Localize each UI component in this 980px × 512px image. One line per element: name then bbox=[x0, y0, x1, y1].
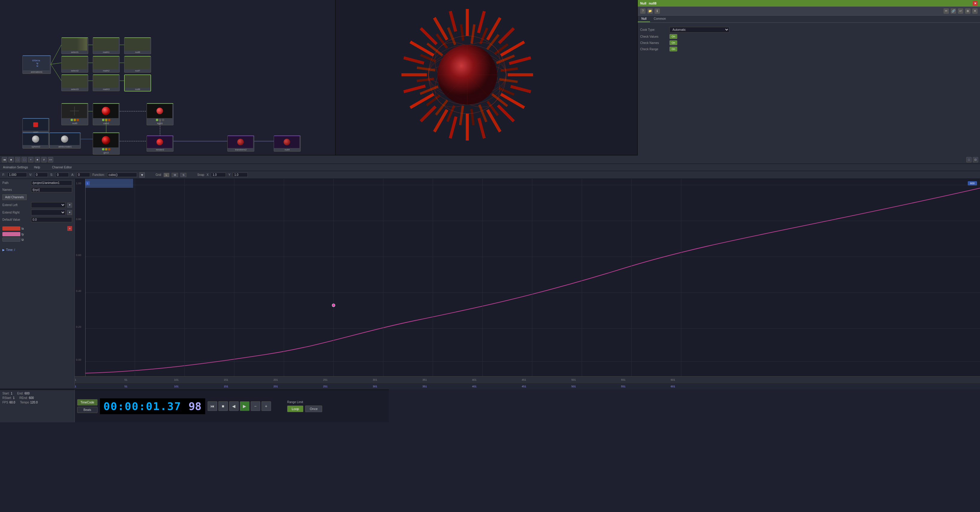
grid-m-button[interactable]: M bbox=[172, 173, 178, 177]
math2-node[interactable]: math2 bbox=[93, 56, 120, 73]
null8-node[interactable]: null8 bbox=[124, 75, 151, 92]
stop-button[interactable]: ■ bbox=[8, 157, 14, 162]
rewind-button[interactable]: ⏮ bbox=[2, 157, 7, 162]
step-fwd-button[interactable]: ⬚ bbox=[22, 157, 27, 162]
math1-node[interactable]: math1 bbox=[93, 37, 120, 54]
tnum-401: 401 bbox=[472, 378, 477, 381]
range-limit-title: Range Limit bbox=[287, 401, 386, 404]
add-icon[interactable]: ⊕ bbox=[965, 8, 970, 14]
decrease-speed-button[interactable]: − bbox=[251, 401, 260, 411]
null4-node[interactable]: null4 bbox=[274, 135, 301, 152]
tnum2-301: 301 bbox=[373, 385, 377, 388]
function-dropdown-btn[interactable]: ▼ bbox=[139, 172, 145, 178]
expand-button[interactable]: ⊡ bbox=[973, 157, 978, 162]
channel-tx[interactable]: tx ✕ bbox=[0, 226, 75, 232]
grid1-node[interactable]: grid1 bbox=[22, 118, 49, 134]
extend-right-select[interactable] bbox=[31, 210, 65, 215]
svg-rect-23 bbox=[477, 11, 486, 33]
cam2-node[interactable]: cam2 bbox=[93, 103, 120, 125]
names-input[interactable] bbox=[31, 187, 72, 192]
loop-button[interactable]: Loop bbox=[287, 405, 303, 412]
timecode-button[interactable]: TimeCode bbox=[77, 399, 97, 405]
light1-node[interactable]: light1 bbox=[146, 103, 173, 125]
node-type-label: Null bbox=[640, 2, 646, 5]
increase-speed-button[interactable]: + bbox=[261, 401, 271, 411]
animation-node[interactable]: 0704 tx ty tz animation1 bbox=[22, 55, 51, 74]
grid-l-button[interactable]: L bbox=[164, 173, 169, 177]
tnum2-101: 101 bbox=[174, 385, 178, 388]
a-input[interactable] bbox=[76, 173, 90, 177]
beats-button[interactable]: Beats bbox=[77, 407, 97, 413]
attribcreate1-node[interactable]: attribcreate1 bbox=[49, 132, 81, 149]
extend-left-btn[interactable]: ▼ bbox=[67, 203, 72, 208]
select3-node[interactable]: select3 bbox=[61, 75, 88, 91]
channel-editor-label[interactable]: Channel Editor bbox=[49, 166, 75, 169]
null5-node[interactable]: null5 bbox=[61, 103, 88, 125]
channel-tx-delete[interactable]: ✕ bbox=[67, 226, 72, 231]
check-range-label: Check Range bbox=[640, 48, 667, 51]
s-label: S: bbox=[50, 173, 53, 176]
tempo-value: 120.0 bbox=[30, 401, 38, 404]
path-input[interactable] bbox=[31, 180, 72, 185]
channel-tz[interactable]: tz bbox=[0, 237, 75, 242]
f-input[interactable] bbox=[8, 173, 27, 177]
stop-playback-button[interactable]: ■ bbox=[218, 401, 228, 411]
grid-s-button[interactable]: S bbox=[180, 173, 186, 177]
transform2-node[interactable]: transform2 bbox=[228, 135, 254, 152]
info-icon[interactable]: ℹ bbox=[654, 8, 660, 14]
null6-node[interactable]: null6 bbox=[124, 37, 151, 54]
channel-editor-header: Animation Settings Help Channel Editor bbox=[0, 164, 980, 171]
snap-y-input[interactable] bbox=[233, 173, 248, 177]
default-value-input[interactable] bbox=[31, 217, 72, 222]
edit-icon[interactable]: ✏ bbox=[943, 8, 949, 14]
extend-right-btn[interactable]: ▼ bbox=[67, 210, 72, 215]
select2-node[interactable]: select2 bbox=[61, 56, 88, 73]
check-range-toggle[interactable]: On bbox=[670, 47, 677, 51]
snap-y-label: Y bbox=[228, 173, 230, 176]
cook-type-select[interactable]: Automatic bbox=[670, 27, 729, 33]
svg-rect-30 bbox=[500, 93, 525, 109]
skip-to-start-button[interactable]: ⏮ bbox=[208, 401, 217, 411]
once-button[interactable]: Once bbox=[305, 405, 322, 412]
v-input[interactable] bbox=[34, 173, 48, 177]
play-back-button[interactable]: ◀ bbox=[229, 401, 239, 411]
render2-node[interactable]: render2 bbox=[146, 135, 173, 152]
channel-ty[interactable]: ty bbox=[0, 232, 75, 237]
check-names-toggle[interactable]: On bbox=[670, 40, 677, 45]
animation-settings-label[interactable]: Animation Settings bbox=[0, 166, 31, 169]
snap-x-input[interactable] bbox=[211, 173, 226, 177]
check-values-toggle[interactable]: On bbox=[670, 34, 677, 39]
select1-node[interactable]: select1 bbox=[61, 37, 88, 54]
extend-left-select[interactable] bbox=[31, 202, 65, 208]
add-button[interactable]: + bbox=[28, 157, 33, 162]
rstart-value: 1 bbox=[13, 396, 15, 399]
bookmark-button[interactable]: ★ bbox=[35, 157, 40, 162]
null7-node[interactable]: null7 bbox=[124, 56, 151, 73]
start-value: 1 bbox=[11, 392, 13, 395]
link-icon[interactable]: 🔗 bbox=[951, 8, 956, 14]
add-channels-button[interactable]: Add Channels bbox=[2, 194, 27, 200]
tab-null[interactable]: Null bbox=[638, 16, 650, 22]
s-input[interactable] bbox=[55, 173, 69, 177]
playback-section: TimeCode Beats 00:00:01.37 98 ⏮ ■ ◀ ▶ − … bbox=[75, 390, 284, 422]
geo2-node[interactable]: geo2 bbox=[93, 132, 120, 154]
help-icon[interactable]: ? bbox=[640, 8, 646, 14]
step-back-button[interactable]: ⬚ bbox=[15, 157, 20, 162]
undo-icon[interactable]: ↩ bbox=[958, 8, 963, 14]
play-forward-button[interactable]: ▶ bbox=[240, 401, 250, 411]
close-panel-button[interactable]: ✕ bbox=[973, 1, 978, 6]
sphere2-node[interactable]: sphere2 bbox=[22, 132, 49, 149]
more-button[interactable]: >> bbox=[48, 157, 53, 162]
math3-node[interactable]: math3 bbox=[93, 75, 120, 91]
3d-viewport[interactable] bbox=[335, 0, 637, 156]
filter-button[interactable]: # bbox=[41, 157, 47, 162]
tnum-301: 301 bbox=[373, 378, 377, 381]
tab-common[interactable]: Common bbox=[650, 16, 670, 22]
folder-icon[interactable]: 📁 bbox=[648, 8, 653, 14]
svg-rect-36 bbox=[433, 109, 449, 132]
function-input[interactable] bbox=[107, 173, 137, 177]
close-icon[interactable]: ✕ bbox=[972, 8, 978, 14]
collapse-button[interactable]: □ bbox=[966, 157, 972, 162]
chart-area[interactable]: 1.00 0.80 0.60 0.40 0.20 0.00 1 600 bbox=[75, 179, 980, 376]
help-label[interactable]: Help bbox=[31, 166, 43, 169]
